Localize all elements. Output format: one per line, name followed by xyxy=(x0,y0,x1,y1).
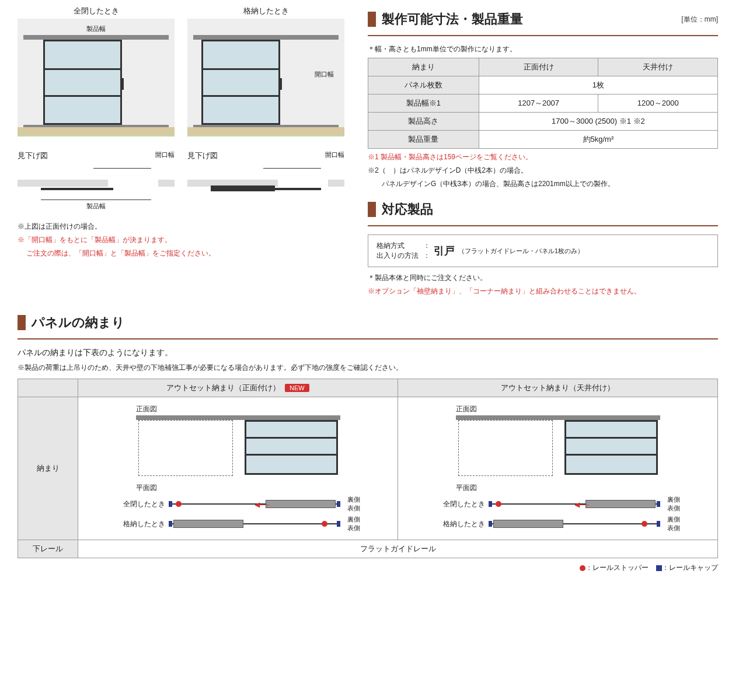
spec-foot1: ※1 製品幅・製品高さは159ページをご覧ください。 xyxy=(368,152,718,162)
spec-unit: [単位：mm] xyxy=(681,15,718,24)
spec-panels-key: パネル枚数 xyxy=(368,76,479,94)
ptbl-row-osamari: 納まり xyxy=(18,397,78,540)
plan-caption-2: 見下げ図 開口幅 xyxy=(187,150,344,161)
ptbl-col2: アウトセット納まり（天井付け） xyxy=(398,379,718,397)
panel-title-row: パネルの納まり xyxy=(18,314,718,331)
rail-cap-icon xyxy=(656,565,662,571)
spec-title: 製作可能寸法・製品重量 xyxy=(382,10,523,28)
spec-foot3: パネルデザインG（中桟3本）の場合、製品高さは2201mm以上での製作。 xyxy=(368,179,718,189)
spec-width-front: 1207～2007 xyxy=(479,94,598,113)
note-red-1: ※「開口幅」をもとに「製品幅」が決まります。 xyxy=(18,235,344,245)
dim-opening-width: 開口幅 xyxy=(315,70,334,79)
dim-product-width: 製品幅 xyxy=(18,24,175,33)
compat-title-row: 対応製品 xyxy=(368,201,718,218)
plan-diagram-2 xyxy=(187,164,344,214)
compat-detail: （フラットガイドレール・パネル1枚のみ） xyxy=(458,247,584,256)
compat-box: 格納方式出入りの方法 ：： 引戸 （フラットガイドレール・パネル1枚のみ） xyxy=(368,235,718,267)
spec-lead: ＊幅・高さとも1mm単位での製作になります。 xyxy=(368,44,718,54)
panel-note: ※製品の荷重は上吊りのため、天井や壁の下地補強工事が必要になる場合があります。必… xyxy=(18,363,718,373)
panel-title: パネルの納まり xyxy=(32,314,125,331)
compat-note2: ※オプション「袖壁納まり」、「コーナー納まり」と組み合わせることはできません。 xyxy=(368,286,718,296)
rail-stopper-icon xyxy=(580,565,585,571)
spec-title-row: 製作可能寸法・製品重量 [単位：mm] xyxy=(368,10,718,28)
compat-title: 対応製品 xyxy=(382,201,433,218)
spec-h-ceiling: 天井付け xyxy=(598,58,718,76)
spec-height-key: 製品高さ xyxy=(368,113,479,131)
compat-big: 引戸 xyxy=(434,244,455,258)
plan-diagram-1: 製品幅 xyxy=(18,164,175,214)
ptbl-cell-front: 正面図 平面図 全閉したとき ◀ ─ ─ xyxy=(78,397,398,540)
spec-foot2: ※2（ ）はパネルデザインD（中桟2本）の場合。 xyxy=(368,166,718,176)
caption-closed: 全閉したとき xyxy=(18,6,175,16)
spec-width-ceiling: 1200～2000 xyxy=(598,94,718,113)
note-above: ※上図は正面付けの場合。 xyxy=(18,222,344,232)
spec-width-key: 製品幅※1 xyxy=(368,94,479,113)
ptbl-rail-val: フラットガイドレール xyxy=(78,540,718,558)
diagram-stored: 開口幅 xyxy=(187,19,344,136)
compat-note1: ＊製品本体と同時にご注文ください。 xyxy=(368,273,718,283)
spec-h-osamari: 納まり xyxy=(368,58,479,76)
panel-lead: パネルの納まりは下表のようになります。 xyxy=(18,348,718,358)
ptbl-cell-ceiling: 正面図 平面図 全閉したとき ◀ ─ ─ xyxy=(398,397,718,540)
spec-h-front: 正面付け xyxy=(479,58,598,76)
spec-panels-val: 1枚 xyxy=(479,76,717,94)
note-red-2: ご注文の際は、「開口幅」と「製品幅」をご指定ください。 xyxy=(18,249,344,258)
legend: ：レールストッパー ：レールキャップ xyxy=(18,563,718,573)
ptbl-row-rail: 下レール xyxy=(18,540,78,558)
diagram-closed: 製品幅 xyxy=(18,19,175,136)
spec-table: 納まり 正面付け 天井付け パネル枚数 1枚 製品幅※1 1207～2007 1… xyxy=(368,58,718,149)
spec-weight-val: 約5kg/m² xyxy=(479,131,717,149)
spec-weight-key: 製品重量 xyxy=(368,131,479,149)
spec-height-val: 1700～3000 (2500) ※1 ※2 xyxy=(479,113,717,131)
ptbl-col1: アウトセット納まり（正面付け） NEW xyxy=(78,379,398,397)
plan-caption-1: 見下げ図 開口幅 xyxy=(18,150,175,161)
panel-table: アウトセット納まり（正面付け） NEW アウトセット納まり（天井付け） 納まり … xyxy=(18,379,718,558)
new-badge: NEW xyxy=(285,384,309,392)
caption-stored: 格納したとき xyxy=(187,6,344,16)
